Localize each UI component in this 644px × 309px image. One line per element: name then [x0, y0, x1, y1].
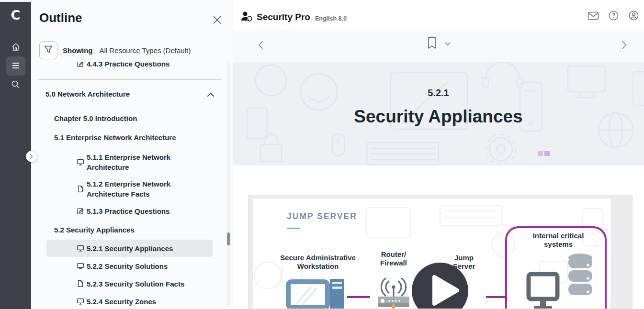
diagram-title: JUMP SERVER: [287, 211, 357, 221]
outline-item-label: 5.1 Enterprise Network Architecture: [54, 133, 176, 142]
outline-item-label: 5.2 Security Appliances: [54, 226, 135, 234]
course-title: Security Pro: [257, 12, 310, 22]
bookmark-button[interactable]: [426, 38, 438, 49]
workstation-monitor-icon: [286, 279, 330, 309]
edit-icon: [77, 62, 84, 67]
tower-slot: [332, 282, 342, 284]
bookmark-menu-button[interactable]: [444, 38, 451, 49]
outline-item[interactable]: 5.2.1 Security Appliances: [46, 240, 213, 257]
bookmark-group: [426, 38, 451, 49]
outline-item-label: Chapter 5.0 Introduction: [54, 114, 137, 122]
outline-item[interactable]: 5.0 Network Architecture: [31, 88, 232, 99]
collapse-panel-button[interactable]: [26, 151, 37, 162]
header-actions: [588, 11, 639, 22]
lesson-hero: 5.2.1 Security Appliances: [233, 62, 644, 166]
diagram-label-internal-systems: Internal critical systems: [522, 232, 594, 249]
sidebar-item-search[interactable]: [6, 76, 25, 95]
video-thumbnail[interactable]: JUMP SERVER Secure Administrative Workst…: [253, 199, 610, 309]
outline-panel: Outline Showing All Resource Types (Defa…: [31, 2, 232, 309]
bookmark-icon: [428, 37, 436, 51]
course-header: Security Pro English 8.0: [233, 0, 644, 31]
outline-item[interactable]: 5.2 Security Appliances: [31, 224, 232, 235]
tower-slot: [332, 287, 342, 289]
monitor-icon: [77, 298, 84, 305]
workstation-tower-icon: [330, 279, 344, 309]
product-brand: Security Pro English 8.0: [240, 11, 347, 24]
play-button[interactable]: [412, 263, 468, 309]
outline-item[interactable]: 5.2.2 Security Solutions: [31, 261, 232, 271]
help-icon: [608, 10, 619, 22]
outline-item-label: 5.0 Network Architecture: [45, 90, 130, 98]
edit-icon: [77, 207, 84, 215]
filter-button[interactable]: [39, 41, 57, 59]
course-edition: English 8.0: [315, 15, 347, 22]
chevron-right-icon: [30, 153, 34, 160]
document-icon: [77, 280, 84, 287]
account-icon: [628, 10, 639, 22]
previous-lesson-button[interactable]: [255, 40, 266, 51]
scrollbar-thumb[interactable]: [227, 232, 230, 245]
connector-line: [347, 296, 370, 298]
monitor-icon: [77, 244, 84, 252]
menu-icon: [11, 62, 20, 70]
outline-item-label: 5.2.2 Security Solutions: [87, 261, 168, 271]
account-button[interactable]: [628, 11, 639, 22]
page-title: Security Appliances: [233, 107, 644, 127]
chevron-right-icon: [621, 41, 627, 51]
filter-label: Showing: [63, 46, 93, 55]
outline-item[interactable]: 5.1 Enterprise Network Architecture: [31, 132, 232, 143]
internal-monitor-icon: [526, 272, 560, 309]
diagram-title-underline: [287, 228, 300, 229]
outline-item-label: 5.1.1 Enterprise Network Architecture: [87, 152, 212, 172]
outline-item[interactable]: 5.1.1 Enterprise Network Architecture: [31, 152, 232, 172]
user-shield-icon: [240, 11, 253, 24]
router-firewall-icon: [377, 275, 410, 309]
app-root: C Outline Showing All Resource Types (De…: [0, 0, 644, 309]
monitor-icon: [77, 158, 84, 166]
diagram-label-workstation: Secure Administrative Workstation: [272, 254, 363, 271]
database-icon: [567, 253, 594, 300]
close-outline-button[interactable]: [211, 14, 223, 27]
outline-scrollbar[interactable]: [226, 60, 230, 306]
outline-item[interactable]: 5.2.4 Security Zones: [31, 296, 232, 307]
chevron-up-icon[interactable]: [207, 90, 214, 98]
outline-item-label: 5.2.4 Security Zones: [87, 297, 156, 307]
main-content: Security Pro English 8.0: [233, 0, 644, 309]
close-icon: [213, 19, 222, 26]
monitor-icon: [77, 262, 84, 270]
chevron-left-icon: [258, 41, 263, 51]
mail-icon: [588, 11, 599, 22]
outline-item-label: 5.2.1 Security Appliances: [87, 243, 173, 254]
divider: [38, 79, 221, 80]
home-icon: [11, 42, 21, 53]
video-card: JUMP SERVER Secure Administrative Workst…: [248, 195, 633, 309]
next-lesson-button[interactable]: [618, 40, 630, 51]
outline-item[interactable]: 5.1.2 Enterprise Network Architecture Fa…: [31, 179, 232, 199]
messages-button[interactable]: [588, 11, 599, 22]
outline-item[interactable]: 5.2.3 Security Solution Facts: [31, 278, 232, 289]
lesson-number: 5.2.1: [233, 88, 644, 99]
outline-item[interactable]: 4.4.3 Practice Questions: [31, 62, 232, 69]
document-icon: [77, 185, 84, 193]
chevron-down-icon: [445, 40, 451, 47]
search-icon: [11, 80, 20, 90]
help-button[interactable]: [608, 11, 619, 22]
filter-row: Showing All Resource Types (Default): [39, 41, 191, 59]
outline-item-label: 5.1.3 Practice Questions: [87, 206, 169, 216]
lesson-navigation: [233, 31, 644, 62]
outline-item[interactable]: 5.1.3 Practice Questions: [31, 206, 232, 216]
outline-item[interactable]: Chapter 5.0 Introduction: [31, 113, 232, 123]
play-icon: [412, 262, 468, 309]
app-logo: C: [0, 8, 31, 22]
filter-value: All Resource Types (Default): [100, 46, 191, 55]
diagram-label-router-firewall: Router/ Firewall: [374, 250, 413, 267]
outline-item-label: 4.4.3 Practice Questions: [87, 62, 169, 69]
sidebar-item-outline[interactable]: [6, 56, 25, 76]
outline-item-label: 5.1.2 Enterprise Network Architecture Fa…: [87, 179, 212, 199]
outline-item-label: 5.2.3 Security Solution Facts: [87, 279, 184, 289]
filter-icon: [44, 45, 53, 55]
sidebar-item-home[interactable]: [6, 38, 25, 57]
outline-tree: 4.4.3 Practice Questions5.0 Network Arch…: [31, 62, 232, 309]
panel-title: Outline: [39, 11, 82, 25]
connector-line: [486, 296, 505, 298]
